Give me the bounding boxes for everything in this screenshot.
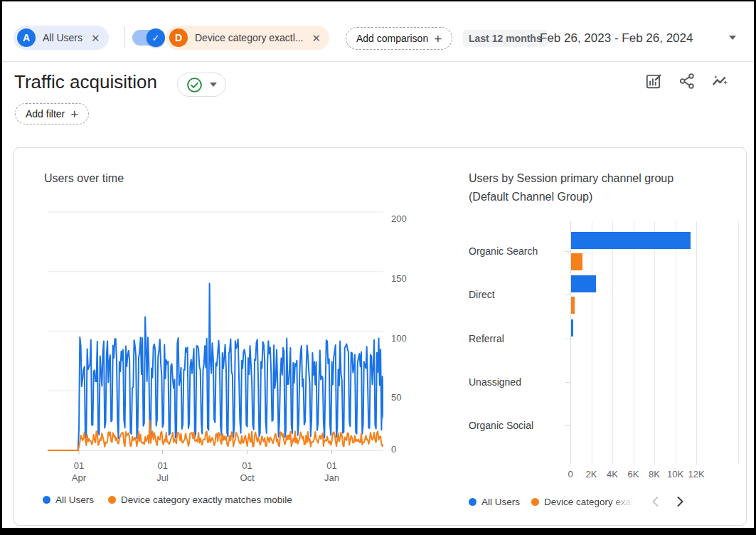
bar-chart-plot: 02K4K6K8K10K12KOrganic SearchDirectRefer… [465,216,746,475]
toggle-check-icon: ✓ [147,28,165,47]
comparison-chip-label: Device category exactl... [195,32,304,43]
legend-dot-blue [43,496,50,504]
legend-dot-blue [469,498,477,506]
charts-card: Users over time 050100150200 01Apr01Jul0… [14,147,747,526]
insights-icon[interactable] [711,72,730,90]
legend-item: All Users [43,494,94,505]
category-label: Referral [469,333,555,344]
legend-label: All Users [481,497,520,507]
chevron-left-icon[interactable] [649,494,663,509]
category-label: Organic Search [469,245,555,257]
gridline [592,221,592,465]
bar-all-users [571,275,596,292]
ga4-traffic-acquisition-page: A All Users ✕ ✓ D Device category exactl… [0,0,756,535]
comparison-badge-a: A [17,28,36,47]
legend-item: Device category exac [531,497,636,507]
report-status-menu[interactable] [177,73,226,97]
line-chart-title: Users over time [44,169,272,188]
page-title: Traffic acquisition [14,71,157,93]
bar-chart-legend: All Users Device category exac [469,494,687,509]
legend-item: Device category exactly matches mobile [108,494,292,505]
plus-icon: + [70,107,78,121]
category-label: Unassigned [469,376,555,388]
category-label: Direct [469,289,555,300]
category-label: Organic Social [469,420,555,431]
customize-report-icon[interactable] [644,72,663,90]
add-filter-label: Add filter [26,108,65,120]
y-tick-label: 200 [391,213,415,224]
comparison-badge-d: D [169,28,188,47]
comparison-chip-label: All Users [43,32,82,43]
chevron-right-icon[interactable] [673,494,687,509]
x-tick-label: 0 [568,469,573,480]
add-comparison-label: Add comparison [356,33,428,44]
legend-item: All Users [469,497,520,507]
checkmark-circle-icon [186,77,203,93]
chevron-down-icon[interactable] [729,36,736,40]
plot-edge-line [738,221,739,465]
legend-label: All Users [55,494,94,505]
bar-mobile [571,253,582,270]
y-tick-label: 0 [391,444,415,455]
gridline [696,221,697,465]
x-tick-label: 10K [667,469,683,480]
close-icon[interactable]: ✕ [312,33,321,43]
line-series-0 [48,284,383,451]
x-tick-label: 01Oct [240,460,254,484]
x-tick-label: 8K [649,469,660,480]
line-chart-svg [48,207,383,457]
bar-chart-title: Users by Session primary channel group (… [469,169,682,206]
comparison-toggle[interactable]: ✓ [132,30,164,46]
category-tick [565,339,570,339]
category-tick [565,425,570,426]
category-tick [565,295,570,295]
chevron-down-icon [210,83,217,87]
legend-dot-orange [108,496,116,504]
share-icon[interactable] [678,72,696,90]
gridline [676,221,676,465]
category-tick [565,251,570,252]
bar-all-users [571,232,691,249]
bar-all-users [571,319,573,337]
legend-pager [649,494,687,509]
gridline [634,221,634,465]
y-tick-label: 100 [391,333,415,344]
date-range-selector[interactable]: Feb 26, 2023 - Feb 26, 2024 [540,31,693,46]
x-tick-label: 2K [586,469,597,480]
chip-divider [124,27,125,48]
add-comparison-button[interactable]: Add comparison + [346,27,452,50]
gridline [654,221,655,465]
comparison-chip-device-category[interactable]: D Device category exactl... ✕ [166,26,329,50]
topbar-divider [2,61,754,62]
bar-mobile [571,297,575,314]
legend-dot-orange [531,498,539,506]
x-tick-label: 01Jul [156,460,169,484]
comparison-chip-all-users[interactable]: A All Users ✕ [14,26,109,50]
plus-icon: + [434,32,442,46]
date-preset-label: Last 12 months [463,30,548,47]
legend-label: Device category exactly matches mobile [121,494,292,505]
x-tick-label: 01Apr [72,460,86,484]
line-chart-legend: All Users Device category exactly matche… [43,494,292,505]
x-tick-label: 12K [688,469,704,480]
x-tick-label: 4K [607,469,618,480]
x-tick-label: 01Jan [324,460,339,484]
gridline [612,221,613,465]
close-icon[interactable]: ✕ [91,33,100,43]
legend-label: Device category exac [544,497,636,507]
y-tick-label: 150 [391,273,415,284]
x-tick-label: 6K [628,469,639,480]
y-tick-label: 50 [391,392,415,403]
category-tick [565,382,570,383]
add-filter-button[interactable]: Add filter + [15,103,89,125]
